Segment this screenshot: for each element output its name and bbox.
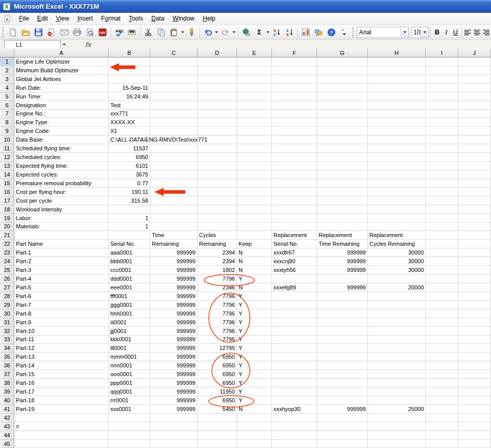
cell-C40[interactable]: 999999 [150, 396, 198, 405]
cell-J2[interactable] [458, 66, 491, 75]
cell-H27[interactable]: 20000 [368, 283, 426, 292]
redo-icon[interactable] [219, 26, 232, 38]
cell-H16[interactable] [368, 188, 426, 197]
row-header-29[interactable]: 29 [0, 301, 14, 309]
cell-J8[interactable] [458, 118, 491, 127]
cell-G35[interactable] [317, 353, 368, 361]
cell-G17[interactable] [317, 197, 368, 205]
cell-F42[interactable] [272, 414, 317, 422]
formula-input[interactable] [91, 41, 491, 48]
cell-C26[interactable]: 999999 [150, 275, 198, 283]
column-header-D[interactable]: D [198, 48, 237, 57]
cell-J16[interactable] [458, 188, 491, 197]
cell-C41[interactable]: 999999 [150, 405, 198, 414]
cell-A20[interactable]: Materials: [14, 223, 109, 231]
cell-B40[interactable]: rrr0001 [109, 396, 150, 405]
cell-F40[interactable] [272, 396, 317, 405]
cell-E39[interactable]: Y [237, 387, 272, 396]
row-header-41[interactable]: 41 [0, 405, 14, 414]
cell-D3[interactable] [198, 75, 237, 84]
cell-C19[interactable] [150, 214, 198, 223]
cell-B41[interactable]: sss0001 [109, 405, 150, 414]
cell-G24[interactable]: 999999 [317, 257, 368, 266]
cell-G36[interactable] [317, 361, 368, 370]
menu-tools[interactable]: Tools [125, 13, 147, 24]
menu-format[interactable]: Format [97, 13, 125, 24]
cell-C11[interactable] [150, 144, 198, 153]
cell-J29[interactable] [458, 301, 491, 309]
cell-I42[interactable] [426, 414, 458, 422]
cell-B27[interactable]: eee0001 [109, 283, 150, 292]
cell-D43[interactable] [198, 422, 237, 431]
cell-E7[interactable] [237, 110, 272, 119]
cell-D32[interactable]: 7796 [198, 327, 237, 336]
cell-J14[interactable] [458, 170, 491, 179]
cell-F10[interactable] [272, 135, 317, 144]
cell-G2[interactable] [317, 66, 368, 75]
cell-E17[interactable] [237, 197, 272, 205]
cell-A40[interactable]: Part-18 [14, 396, 109, 405]
align-right-button[interactable] [482, 26, 491, 38]
cell-B11[interactable]: 11537 [109, 144, 150, 153]
cell-I40[interactable] [426, 396, 458, 405]
cell-G13[interactable] [317, 162, 368, 170]
cell-I31[interactable] [426, 318, 458, 327]
cell-A22[interactable]: Part Name [14, 240, 109, 248]
cell-I2[interactable] [426, 66, 458, 75]
cell-B35[interactable]: mmm0001 [109, 353, 150, 361]
align-left-button[interactable] [463, 26, 473, 38]
menu-edit[interactable]: Edit [33, 13, 52, 24]
cell-F36[interactable] [272, 361, 317, 370]
cell-A23[interactable]: Part-1 [14, 248, 109, 257]
autosum-icon[interactable]: Σ [253, 26, 266, 38]
font-name-select[interactable]: Arial [357, 27, 409, 38]
cell-G32[interactable] [317, 327, 368, 336]
cell-F2[interactable] [272, 66, 317, 75]
cell-A30[interactable]: Part-8 [14, 309, 109, 318]
select-all-corner[interactable] [0, 48, 14, 57]
cell-J11[interactable] [458, 144, 491, 153]
cell-D29[interactable]: 7796 [198, 301, 237, 309]
cell-A2[interactable]: Minimum Build Optimizer [14, 66, 109, 75]
cell-J12[interactable] [458, 153, 491, 162]
cell-A43[interactable]: = [14, 422, 109, 431]
cell-H19[interactable] [368, 214, 426, 223]
cell-D27[interactable]: 2346 [198, 283, 237, 292]
row-header-1[interactable]: 1 [0, 57, 14, 66]
cell-B4[interactable]: 15-Sep-11 [109, 84, 150, 92]
cell-D31[interactable]: 7796 [198, 318, 237, 327]
cell-B22[interactable]: Serial No. [109, 240, 150, 248]
cell-D13[interactable] [198, 162, 237, 170]
menu-file[interactable]: File [15, 13, 33, 24]
cell-D20[interactable] [198, 223, 237, 231]
cell-J20[interactable] [458, 223, 491, 231]
cell-I16[interactable] [426, 188, 458, 197]
cell-G11[interactable] [317, 144, 368, 153]
row-header-6[interactable]: 6 [0, 101, 14, 110]
column-header-J[interactable]: J [458, 48, 491, 57]
cell-D34[interactable]: 12795 [198, 344, 237, 353]
cell-A1[interactable]: Engine Life Optimizer [14, 57, 109, 66]
cell-I25[interactable] [426, 266, 458, 275]
cell-H34[interactable] [368, 344, 426, 353]
cell-A8[interactable]: Engine Type: [14, 118, 109, 127]
cell-B32[interactable]: jjj0001 [109, 327, 150, 336]
row-header-23[interactable]: 23 [0, 248, 14, 257]
cell-D14[interactable] [198, 170, 237, 179]
cell-E40[interactable]: Y [237, 396, 272, 405]
cell-I30[interactable] [426, 309, 458, 318]
cell-C35[interactable]: 999999 [150, 353, 198, 361]
cell-D23[interactable]: 2394 [198, 248, 237, 257]
cell-G14[interactable] [317, 170, 368, 179]
cell-H11[interactable] [368, 144, 426, 153]
cell-J1[interactable] [458, 57, 491, 66]
cell-I13[interactable] [426, 162, 458, 170]
cell-B8[interactable]: XXXX-XX [109, 118, 150, 127]
cell-A38[interactable]: Part-16 [14, 379, 109, 387]
cell-F37[interactable] [272, 370, 317, 379]
cell-G6[interactable] [317, 101, 368, 110]
row-header-36[interactable]: 36 [0, 361, 14, 370]
menu-data[interactable]: Data [147, 13, 168, 24]
row-header-33[interactable]: 33 [0, 336, 14, 344]
cell-B28[interactable]: fff0001 [109, 292, 150, 301]
